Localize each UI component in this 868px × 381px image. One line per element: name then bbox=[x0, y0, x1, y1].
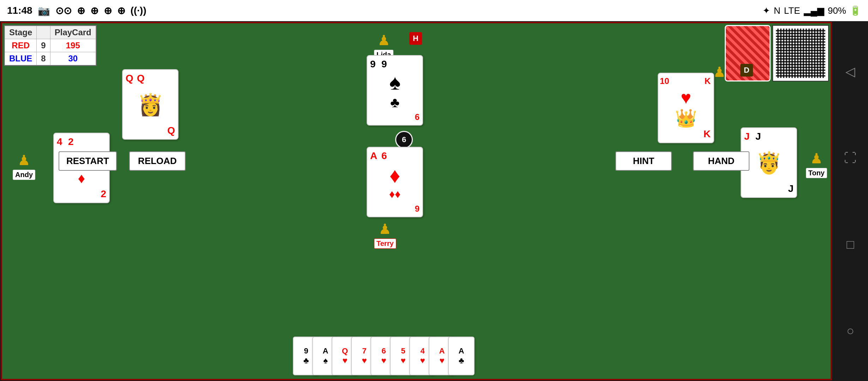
status-bar: 11:48 📷 ⊙⊙ ⊕ ⊕ ⊕ ⊕ ((·)) ✦ N LTE ▂▄▆ 90%… bbox=[0, 0, 868, 21]
chrome-icon1: ⊕ bbox=[77, 5, 85, 17]
qr-code bbox=[776, 29, 825, 78]
signal-icon: ▂▄▆ bbox=[804, 5, 824, 16]
terry-name: Terry bbox=[374, 238, 396, 249]
expand-icon[interactable]: ⛶ bbox=[844, 151, 857, 165]
qr-code-area bbox=[772, 25, 829, 81]
center-card[interactable]: A 6 ♦ ♦♦ 9 bbox=[367, 147, 423, 217]
battery-percent: 90% bbox=[828, 5, 846, 16]
top-center-card[interactable]: 9 9 ♠ ♣ 6 bbox=[367, 55, 423, 126]
player-terry: ♟ Terry bbox=[374, 219, 396, 249]
lte-icon: LTE bbox=[784, 5, 800, 16]
red-stage: 9 bbox=[37, 39, 50, 52]
circle-icon[interactable]: ○ bbox=[846, 323, 854, 338]
round-badge: 6 bbox=[395, 131, 413, 149]
top-right-card[interactable]: 10 K ♥ 👑 K bbox=[658, 73, 714, 143]
status-left: 11:48 📷 ⊙⊙ ⊕ ⊕ ⊕ ⊕ ((·)) bbox=[7, 5, 146, 17]
badge-h: H bbox=[409, 32, 422, 45]
lida-pawn: ♟ bbox=[375, 30, 393, 50]
tony-name: Tony bbox=[806, 168, 827, 178]
time: 11:48 bbox=[7, 5, 32, 16]
badge-d: D bbox=[740, 64, 753, 77]
red-playcard: 195 bbox=[50, 39, 96, 52]
andy-pawn: ♟ bbox=[15, 150, 33, 170]
top-left-card[interactable]: Q Q 👸 Q bbox=[122, 69, 179, 140]
terry-pawn: ♟ bbox=[376, 219, 394, 238]
restart-button[interactable]: RESTART bbox=[59, 151, 117, 171]
battery-icon: 🔋 bbox=[850, 5, 861, 16]
player-andy: ♟ Andy bbox=[13, 150, 35, 180]
col-stage: Stage bbox=[5, 26, 37, 39]
score-table: Stage PlayCard RED 9 195 BLUE 8 30 bbox=[4, 25, 97, 66]
status-right: ✦ N LTE ▂▄▆ 90% 🔋 bbox=[762, 5, 861, 16]
hand-card-8[interactable]: A ♣ bbox=[448, 337, 475, 375]
team-blue: BLUE bbox=[5, 52, 37, 65]
chrome-icon4: ⊕ bbox=[117, 5, 125, 17]
reload-button[interactable]: RELOAD bbox=[129, 151, 186, 171]
blue-stage: 8 bbox=[37, 52, 50, 65]
chrome-icon3: ⊕ bbox=[104, 5, 112, 17]
tony-pawn: ♟ bbox=[808, 149, 825, 168]
screenshot-icon: 📷 bbox=[38, 5, 50, 17]
hand-button[interactable]: HAND bbox=[693, 151, 749, 171]
nfc-icon: N bbox=[774, 5, 780, 16]
main-area: Stage PlayCard RED 9 195 BLUE 8 30 bbox=[0, 21, 868, 381]
player-tony: ♟ Tony bbox=[806, 149, 827, 178]
square-icon[interactable]: □ bbox=[846, 237, 854, 252]
wifi-icon: ((·)) bbox=[131, 5, 146, 16]
hint-button[interactable]: HINT bbox=[615, 151, 672, 171]
voicemail-icon: ⊙⊙ bbox=[55, 5, 72, 17]
chrome-icon2: ⊕ bbox=[90, 5, 98, 17]
col-empty bbox=[37, 26, 50, 39]
bluetooth-icon: ✦ bbox=[762, 5, 770, 16]
back-icon[interactable]: ◁ bbox=[845, 64, 855, 79]
game-area[interactable]: Stage PlayCard RED 9 195 BLUE 8 30 bbox=[1, 22, 832, 380]
side-panel: ◁ ⛶ □ ○ bbox=[833, 21, 868, 381]
blue-playcard: 30 bbox=[50, 52, 96, 65]
andy-name: Andy bbox=[13, 170, 35, 180]
team-red: RED bbox=[5, 39, 37, 52]
hand-cards: 9 ♣ A ♠ Q ♥ 7 ♥ 6 ♥ 5 ♥ bbox=[293, 337, 475, 375]
col-playcard: PlayCard bbox=[50, 26, 96, 39]
